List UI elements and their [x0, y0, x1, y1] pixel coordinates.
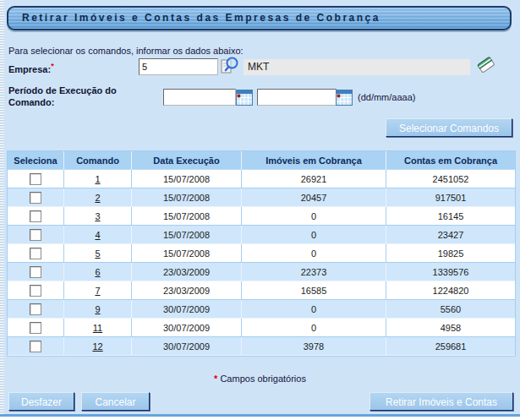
data-execucao-cell: 30/07/2009: [132, 319, 242, 337]
table-row: 4 15/07/2008 0 23427: [8, 226, 515, 244]
comando-cell: 3: [64, 207, 132, 226]
row-select-checkbox[interactable]: [30, 173, 41, 185]
contas-cell: 4958: [386, 319, 515, 337]
contas-cell: 16145: [386, 207, 515, 226]
comando-cell: 6: [64, 263, 132, 281]
header-data-execucao: Data Execução: [132, 151, 242, 170]
selecionar-comandos-button[interactable]: Selecionar Comandos: [386, 118, 512, 137]
data-execucao-cell: 15/07/2008: [132, 188, 242, 207]
desfazer-button[interactable]: Desfazer: [8, 392, 74, 411]
contas-cell: 2451052: [386, 170, 515, 188]
comando-cell: 11: [64, 319, 132, 337]
seleciona-cell: [8, 226, 64, 244]
data-execucao-cell: 23/03/2009: [132, 263, 242, 281]
page-edge-decoration: [0, 0, 4, 420]
table-body: 1 15/07/2008 26921 2451052 2 15/07/2008 …: [8, 170, 515, 356]
contas-cell: 1339576: [386, 263, 515, 281]
contas-cell: 5560: [386, 300, 515, 319]
comando-link[interactable]: 7: [95, 286, 100, 296]
imoveis-cell: 0: [242, 300, 386, 319]
clear-eraser-icon[interactable]: [474, 52, 498, 76]
row-select-checkbox[interactable]: [30, 341, 41, 352]
header-contas: Contas em Cobrança: [386, 151, 515, 170]
title-bar: Retirar Imóveis e Contas das Empresas de…: [7, 6, 512, 30]
page-title: Retirar Imóveis e Contas das Empresas de…: [8, 8, 510, 29]
contas-cell: 259681: [386, 337, 515, 356]
row-select-checkbox[interactable]: [30, 266, 41, 278]
seleciona-cell: [8, 244, 64, 263]
comando-cell: 4: [64, 226, 132, 244]
imoveis-cell: 16585: [242, 281, 386, 300]
comando-link[interactable]: 9: [95, 304, 100, 314]
table-row: 11 30/07/2009 0 4958: [8, 319, 515, 337]
periodo-label: Período de Execução do Comando:: [8, 85, 117, 108]
imoveis-cell: 20457: [242, 188, 386, 207]
comandos-table: Seleciona Comando Data Execução Imóveis …: [7, 150, 516, 357]
required-asterisk: *: [51, 62, 54, 70]
comando-link[interactable]: 1: [95, 174, 100, 184]
contas-cell: 917501: [386, 188, 515, 207]
seleciona-cell: [8, 300, 64, 319]
date-to-input[interactable]: [257, 89, 337, 106]
comando-cell: 7: [64, 281, 132, 300]
imoveis-cell: 22373: [242, 263, 386, 281]
data-execucao-cell: 23/03/2009: [132, 281, 242, 300]
data-execucao-cell: 15/07/2008: [132, 226, 242, 244]
comando-link[interactable]: 12: [92, 341, 102, 352]
row-select-checkbox[interactable]: [30, 210, 41, 222]
comando-cell: 2: [64, 188, 132, 207]
empresa-name-field: MKT: [244, 59, 470, 75]
comando-link[interactable]: 5: [95, 248, 100, 259]
intro-text: Para selecionar os comandos, informar os…: [8, 46, 244, 56]
retirar-imoveis-contas-button[interactable]: Retirar Imóveis e Contas: [369, 392, 513, 411]
comando-cell: 5: [64, 244, 132, 263]
table-row: 7 23/03/2009 16585 1224820: [8, 281, 515, 300]
table-row: 1 15/07/2008 26921 2451052: [8, 170, 515, 188]
comando-cell: 1: [64, 170, 132, 188]
comando-link[interactable]: 3: [95, 211, 100, 221]
seleciona-cell: [8, 263, 64, 281]
contas-cell: 23427: [386, 226, 515, 244]
header-imoveis: Imóveis em Cobrança: [242, 151, 386, 170]
seleciona-cell: [8, 337, 64, 356]
row-select-checkbox[interactable]: [30, 248, 41, 259]
seleciona-cell: [8, 207, 64, 226]
date-format-hint: (dd/mm/aaaa): [358, 92, 415, 102]
bottom-margin: [0, 417, 520, 420]
contas-cell: 19825: [386, 244, 515, 263]
empresa-lookup-icon[interactable]: [218, 55, 240, 77]
date-to-calendar-icon[interactable]: [336, 90, 353, 106]
row-select-checkbox[interactable]: [30, 285, 41, 297]
imoveis-cell: 0: [242, 207, 386, 226]
comando-link[interactable]: 2: [95, 193, 100, 203]
empresa-code-input[interactable]: [139, 58, 218, 75]
comando-link[interactable]: 11: [93, 323, 102, 333]
imoveis-cell: 0: [242, 319, 386, 337]
comando-link[interactable]: 4: [95, 230, 100, 240]
imoveis-cell: 26921: [242, 170, 386, 188]
data-execucao-cell: 30/07/2009: [132, 300, 242, 319]
table-row: 6 23/03/2009 22373 1339576: [8, 263, 515, 281]
header-seleciona: Seleciona: [8, 151, 64, 170]
seleciona-cell: [8, 170, 64, 188]
data-execucao-cell: 15/07/2008: [132, 207, 242, 226]
cancelar-button[interactable]: Cancelar: [81, 392, 150, 411]
date-from-calendar-icon[interactable]: [236, 90, 253, 106]
page: Retirar Imóveis e Contas das Empresas de…: [0, 0, 520, 420]
imoveis-cell: 0: [242, 226, 386, 244]
table-header-row: Seleciona Comando Data Execução Imóveis …: [8, 151, 515, 170]
required-note-asterisk: *: [214, 374, 217, 384]
comando-link[interactable]: 6: [95, 267, 100, 277]
row-select-checkbox[interactable]: [30, 322, 41, 334]
imoveis-cell: 3978: [242, 337, 386, 356]
table-row: 3 15/07/2008 0 16145: [8, 207, 515, 226]
row-select-checkbox[interactable]: [30, 229, 41, 241]
row-select-checkbox[interactable]: [30, 303, 41, 315]
row-select-checkbox[interactable]: [30, 192, 41, 204]
date-from-input[interactable]: [163, 89, 236, 106]
data-execucao-cell: 30/07/2009: [132, 337, 242, 356]
header-comando: Comando: [64, 151, 132, 170]
comando-cell: 12: [64, 337, 132, 356]
table-row: 12 30/07/2009 3978 259681: [8, 337, 515, 356]
comando-cell: 9: [64, 300, 132, 319]
